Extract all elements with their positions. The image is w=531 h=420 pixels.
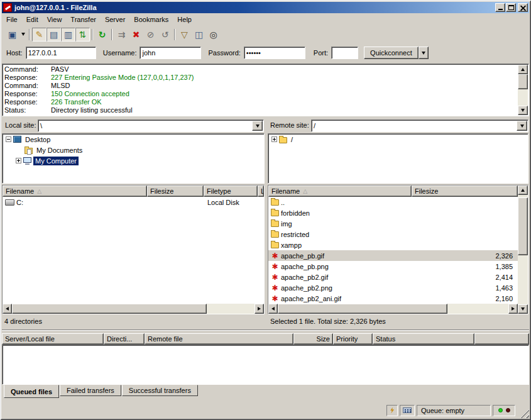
password-input[interactable] <box>244 47 305 59</box>
titlebar: john@127.0.0.1 - FileZilla <box>2 2 529 13</box>
scroll-up-button[interactable] <box>518 185 528 195</box>
quickconnect-dropdown[interactable] <box>419 47 429 59</box>
maximize-button[interactable] <box>506 3 516 12</box>
menu-help[interactable]: Help <box>173 14 196 25</box>
menu-file[interactable]: File <box>2 14 22 25</box>
search-button[interactable]: ◎ <box>206 28 221 41</box>
filter-button[interactable]: ▽ <box>177 28 192 41</box>
socket-activity-indicator <box>400 405 415 416</box>
local-file-row[interactable]: C: Local Disk <box>3 197 264 207</box>
expand-icon[interactable] <box>16 158 21 163</box>
close-button[interactable] <box>518 3 528 12</box>
tree-item-root[interactable]: / <box>268 134 528 145</box>
tab-queued-files[interactable]: Queued files <box>4 385 59 398</box>
column-header-filesize[interactable]: Filesize <box>147 185 204 197</box>
toggle-remote-tree-button[interactable]: ▥ <box>61 28 75 41</box>
remote-list-body: .. forbidden img restricted xampp ✱apach… <box>268 197 518 304</box>
remote-file-row-selected[interactable]: ✱apache_pb.gif2,326 <box>268 250 518 261</box>
transfer-type-icon <box>390 407 395 414</box>
toggle-local-tree-button[interactable]: ▤ <box>47 28 61 41</box>
scrollbar-track[interactable] <box>518 195 528 304</box>
log-scrollbar[interactable] <box>518 65 528 115</box>
queue-tabs: Queued files Failed transfers Successful… <box>4 385 198 398</box>
scrollbar-track[interactable] <box>518 74 528 106</box>
arrow-up-icon <box>521 189 525 192</box>
scroll-left-button[interactable] <box>268 304 278 314</box>
refresh-button[interactable]: ↻ <box>95 28 109 41</box>
collapse-icon[interactable] <box>6 136 11 142</box>
tree-item-desktop[interactable]: Desktop <box>3 134 264 145</box>
sort-ascending-icon: △ <box>303 188 307 194</box>
remote-site-dropdown[interactable] <box>517 121 527 131</box>
column-header-server-local-file[interactable]: Server/Local file <box>2 333 104 345</box>
menu-view[interactable]: View <box>43 14 67 25</box>
remote-file-row[interactable]: restricted <box>268 229 518 240</box>
tree-item-my-documents[interactable]: My Documents <box>3 145 264 155</box>
remote-file-row[interactable]: ✱apache_pb2_ani.gif2,160 <box>268 293 518 304</box>
scrollbar-thumb[interactable] <box>278 304 447 314</box>
cancel-button[interactable]: ✖ <box>129 28 143 41</box>
process-queue-button[interactable]: ⇉ <box>114 28 129 41</box>
my-computer-icon <box>23 157 31 163</box>
scroll-down-button[interactable] <box>518 304 528 314</box>
menu-bookmarks[interactable]: Bookmarks <box>129 14 173 25</box>
site-manager-dropdown[interactable] <box>19 28 27 41</box>
host-input[interactable] <box>26 47 96 59</box>
toggle-transfer-queue-button[interactable]: ⇅ <box>75 28 90 41</box>
scrollbar-track[interactable] <box>278 304 508 314</box>
scrollbar-thumb[interactable] <box>12 304 207 314</box>
reconnect-button[interactable]: ↺ <box>158 28 172 41</box>
local-horizontal-scrollbar[interactable] <box>3 304 264 314</box>
remote-file-row[interactable]: ✱apache_pb2.gif2,414 <box>268 272 518 282</box>
remote-horizontal-scrollbar[interactable] <box>268 304 518 314</box>
local-site-dropdown[interactable] <box>252 121 263 131</box>
toggle-message-log-button[interactable]: ✎ <box>32 28 47 41</box>
tab-failed-transfers[interactable]: Failed transfers <box>60 385 121 396</box>
column-header-filename[interactable]: Filename△ <box>268 185 412 197</box>
port-input[interactable] <box>331 47 358 59</box>
site-manager-button[interactable]: ▣ <box>5 28 19 41</box>
scrollbar-thumb[interactable] <box>518 197 528 255</box>
column-header-filetype[interactable]: Filetype <box>204 185 258 197</box>
remote-file-row[interactable]: xampp <box>268 240 518 250</box>
column-header-filename[interactable]: Filename△ <box>3 185 147 197</box>
column-header-remote-file[interactable]: Remote file <box>145 333 293 345</box>
expand-icon[interactable] <box>271 136 277 142</box>
column-header-lastmodified[interactable]: L <box>258 185 264 197</box>
column-header-size[interactable]: Size <box>293 333 333 345</box>
username-input[interactable] <box>140 47 201 59</box>
scrollbar-thumb[interactable] <box>518 74 528 89</box>
quickconnect-button[interactable]: Quickconnect <box>364 47 419 59</box>
scroll-right-button[interactable] <box>255 304 264 314</box>
arrow-down-icon <box>521 307 525 311</box>
disconnect-button[interactable]: ⊘ <box>143 28 158 41</box>
minimize-button[interactable] <box>495 3 505 12</box>
queue-body[interactable] <box>2 345 529 385</box>
scroll-right-button[interactable] <box>508 304 518 314</box>
column-header-priority[interactable]: Priority <box>333 333 373 345</box>
remote-file-row[interactable]: img <box>268 218 518 229</box>
remote-file-row[interactable]: forbidden <box>268 207 518 218</box>
menu-server[interactable]: Server <box>101 14 129 25</box>
column-header-direction[interactable]: Directi... <box>104 333 145 345</box>
remote-file-row[interactable]: ✱apache_pb.png1,385 <box>268 261 518 272</box>
column-header-status[interactable]: Status <box>373 333 474 345</box>
scrollbar-track[interactable] <box>12 304 255 314</box>
remote-file-row[interactable]: ✱apache_pb2.png1,463 <box>268 282 518 293</box>
close-icon <box>520 5 526 11</box>
menu-transfer[interactable]: Transfer <box>66 14 101 25</box>
menu-edit[interactable]: Edit <box>22 14 43 25</box>
compare-directories-button[interactable]: ◫ <box>192 28 206 41</box>
tab-successful-transfers[interactable]: Successful transfers <box>122 385 198 396</box>
remote-vertical-scrollbar[interactable] <box>518 185 528 314</box>
receive-led-icon <box>498 408 503 412</box>
local-site-combobox[interactable]: \ <box>38 119 264 132</box>
remote-site-combobox[interactable]: / <box>311 119 528 132</box>
scroll-down-button[interactable] <box>518 106 528 115</box>
maximize-icon <box>508 5 514 10</box>
tree-item-my-computer[interactable]: My Computer <box>3 155 264 166</box>
scroll-up-button[interactable] <box>518 65 528 74</box>
remote-file-row[interactable]: .. <box>268 197 518 207</box>
column-header-filesize[interactable]: Filesize <box>412 185 518 197</box>
scroll-left-button[interactable] <box>3 304 12 314</box>
